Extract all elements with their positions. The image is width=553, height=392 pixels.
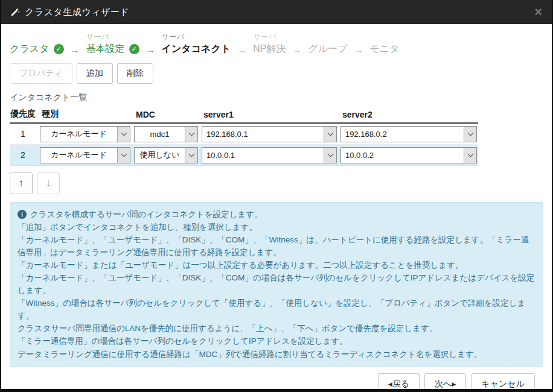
table-header-row: 優先度 種別 MDC server1 server2 — [10, 108, 478, 124]
type-select[interactable]: カーネルモード — [40, 126, 130, 142]
close-icon[interactable]: × — [534, 5, 542, 19]
chevron-down-icon[interactable] — [464, 148, 476, 163]
chevron-down-icon[interactable] — [324, 148, 336, 163]
col-header-mdc: MDC — [134, 110, 198, 119]
step-label: モニタ — [369, 43, 399, 55]
cancel-button[interactable]: キャンセル — [471, 373, 535, 389]
step-np-resolution: サーバ NP解決 — [253, 32, 286, 55]
step-label: NP解決 — [253, 43, 286, 55]
priority-move-bar: ↑ ↓ — [10, 172, 543, 194]
dialog-title: クラスタ生成ウィザード — [25, 7, 129, 18]
wizard-wand-icon — [10, 7, 20, 17]
step-arrow-icon: → — [354, 45, 363, 55]
table-row[interactable]: 1 カーネルモード mdc1 192.168.0.1 192.168.0.2 — [10, 124, 478, 145]
info-line: 「Witness」の場合は各サーバ列のセルをクリックして「使用する」、「使用しな… — [18, 297, 535, 322]
step-label[interactable]: 基本設定 — [86, 43, 125, 55]
chevron-down-icon[interactable] — [185, 148, 197, 163]
step-top-label — [308, 32, 347, 42]
interconnect-list-caption: インタコネクト一覧 — [10, 92, 543, 103]
info-box: i クラスタを構成するサーバ間のインタコネクトを設定します。 「追加」ボタンでイ… — [10, 202, 543, 367]
step-top-label — [369, 32, 399, 42]
chevron-down-icon[interactable] — [464, 127, 476, 142]
step-check-icon: ✓ — [54, 44, 64, 54]
next-button[interactable]: 次へ▶ — [424, 373, 466, 389]
add-button[interactable]: 追加 — [77, 63, 113, 84]
table-row[interactable]: 2 カーネルモード 使用しない 10.0.0.1 10.0.0.2 — [10, 145, 478, 166]
col-header-type: 種別 — [40, 109, 130, 119]
step-top-label — [10, 32, 64, 42]
info-line: 「カーネルモード」、「ユーザモード」、「DISK」、「COM」の場合は各サーバ列… — [18, 271, 535, 297]
step-label[interactable]: クラスタ — [10, 43, 50, 55]
footer-bar: ◀戻る 次へ▶ キャンセル — [10, 367, 543, 389]
step-arrow-icon: → — [292, 45, 301, 55]
toolbar: プロパティ 追加 削除 — [10, 63, 543, 84]
remove-button[interactable]: 削除 — [117, 63, 153, 84]
chevron-down-icon[interactable] — [185, 127, 197, 142]
server2-select[interactable]: 192.168.0.2 — [340, 126, 477, 142]
step-top-label: サーバ — [86, 32, 139, 42]
move-down-button[interactable]: ↓ — [37, 172, 60, 194]
col-header-priority: 優先度 — [10, 109, 36, 119]
property-button[interactable]: プロパティ — [10, 63, 72, 84]
step-arrow-icon: → — [237, 45, 246, 55]
step-arrow-icon: → — [71, 45, 80, 55]
step-top-label: サーバ — [253, 32, 286, 42]
info-line: クラスタサーバ間専用通信のLANを優先的に使用するように、「上へ」、「下へ」ボタ… — [18, 322, 535, 335]
info-line: クラスタを構成するサーバ間のインタコネクトを設定します。 — [30, 208, 263, 221]
server1-select[interactable]: 192.168.0.1 — [202, 126, 337, 142]
step-label: インタコネクト — [162, 43, 231, 55]
next-arrow-icon: ▶ — [452, 381, 456, 387]
type-select[interactable]: カーネルモード — [40, 147, 130, 163]
interconnect-table: 優先度 種別 MDC server1 server2 1 カーネルモード mdc… — [10, 108, 478, 166]
cluster-wizard-dialog: クラスタ生成ウィザード × クラスタ ✓ → サーバ 基本設定 ✓ → — [0, 0, 553, 392]
col-header-server2: server2 — [340, 110, 477, 119]
info-line: データミラーリング通信に使用する通信経路は「MDC」列で通信経路に割り当てるミラ… — [18, 348, 535, 361]
move-up-button[interactable]: ↑ — [10, 172, 33, 194]
step-arrow-icon: → — [146, 45, 155, 55]
step-cluster[interactable]: クラスタ ✓ — [10, 32, 64, 55]
info-line: 「ミラー通信専用」の場合は各サーバ列のセルをクリックしてIPアドレスを設定します… — [18, 335, 535, 347]
priority-value: 2 — [10, 150, 36, 160]
step-top-label: サーバ — [162, 32, 231, 42]
info-icon: i — [18, 210, 27, 219]
back-button[interactable]: ◀戻る — [378, 373, 420, 389]
chevron-down-icon[interactable] — [117, 148, 130, 163]
wizard-steps: クラスタ ✓ → サーバ 基本設定 ✓ → サーバ インタコネクト → — [10, 32, 543, 55]
step-label: グループ — [308, 43, 347, 55]
server1-select[interactable]: 10.0.0.1 — [202, 147, 337, 163]
mdc-select[interactable]: mdc1 — [134, 126, 198, 142]
mdc-select[interactable]: 使用しない — [134, 147, 198, 163]
title-bar: クラスタ生成ウィザード × — [1, 0, 552, 24]
back-arrow-icon: ◀ — [388, 381, 392, 387]
server2-select[interactable]: 10.0.0.2 — [340, 147, 477, 163]
col-header-server1: server1 — [202, 110, 337, 119]
priority-value: 1 — [10, 129, 36, 139]
chevron-down-icon[interactable] — [324, 127, 336, 142]
step-monitor: モニタ — [369, 32, 399, 55]
step-group: グループ — [308, 32, 347, 55]
step-basic-settings[interactable]: サーバ 基本設定 ✓ — [86, 32, 139, 55]
info-line: 「カーネルモード」または「ユーザモード」は一つ以上設定する必要があります。二つ以… — [18, 259, 535, 271]
dialog-content: クラスタ ✓ → サーバ 基本設定 ✓ → サーバ インタコネクト → — [1, 24, 552, 389]
info-line: 「カーネルモード」、「ユーザモード」、「DISK」、「COM」、「Witness… — [18, 233, 535, 259]
chevron-down-icon[interactable] — [117, 127, 130, 142]
step-check-icon: ✓ — [129, 44, 139, 54]
info-line: 「追加」ボタンでインタコネクトを追加し、種別を選択します。 — [18, 221, 535, 233]
step-interconnect: サーバ インタコネクト — [162, 32, 231, 55]
